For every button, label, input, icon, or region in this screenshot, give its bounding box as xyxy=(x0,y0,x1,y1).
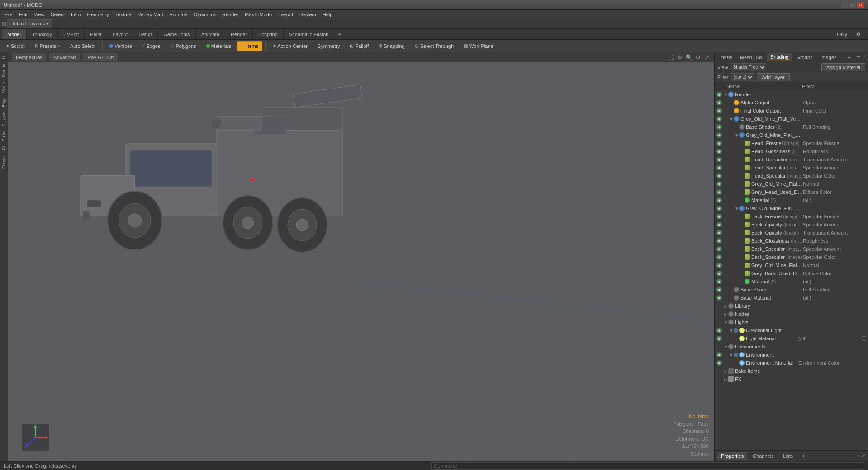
tab-uvedit[interactable]: UVEdit xyxy=(58,29,85,39)
polygons-button[interactable]: ⬡ Polygons xyxy=(166,41,200,51)
tree-row-bake-items[interactable]: ▷ Bake Items xyxy=(715,367,868,375)
advanced-button[interactable]: Advanced xyxy=(49,53,80,61)
menu-maxtomodo[interactable]: MaxToModo xyxy=(242,11,275,18)
tree-row-base-material[interactable]: ● Base Material (all) xyxy=(715,294,868,302)
viewport-expand-icon[interactable]: ⤢ xyxy=(703,54,711,61)
viewport-search-icon[interactable]: 🔍 xyxy=(685,54,693,61)
sculpt-button[interactable]: ✦ Sculpt xyxy=(2,41,29,51)
tree-row-environment[interactable]: ● ▼ Environment xyxy=(715,351,868,359)
edges-button[interactable]: ╱ Edges xyxy=(138,41,164,51)
eye-final-color[interactable]: ● xyxy=(716,108,724,113)
eye-grey-normal1[interactable]: ● xyxy=(716,181,724,187)
add-layer-button[interactable]: Add Layer xyxy=(757,73,789,81)
eye-head-refraction[interactable]: ● xyxy=(716,157,724,162)
action-center-button[interactable]: ⊕ Action Center xyxy=(268,41,312,51)
tab-game-tools[interactable]: Game Tools xyxy=(158,29,196,39)
tab-animate[interactable]: Animate xyxy=(196,29,225,39)
tree-row-environments[interactable]: ▼ Environments xyxy=(715,343,868,351)
right-tab-items[interactable]: Items xyxy=(716,54,736,61)
eye-subgroup1[interactable]: ● xyxy=(716,132,724,138)
tree-row-back-diffuse[interactable]: ● Grey_Back_Used_Diffuse (Image) Diffuse… xyxy=(715,269,868,277)
viewport-canvas[interactable]: X Y Z No Items Polygons : Face Channels:… xyxy=(8,62,714,461)
sidebar-tab-uv[interactable]: UV xyxy=(0,144,8,154)
arrow-environments[interactable]: ▼ xyxy=(724,344,728,349)
eye-group1[interactable]: ● xyxy=(716,116,724,122)
materials-button[interactable]: Materials xyxy=(202,41,236,51)
assign-material-button[interactable]: Assign Material xyxy=(821,63,865,71)
eye-material2[interactable]: ● xyxy=(716,279,724,284)
right-tab-images[interactable]: Images xyxy=(817,54,840,61)
menu-system[interactable]: System xyxy=(297,11,319,18)
right-bottom-tab-lists[interactable]: Lists xyxy=(779,452,797,460)
arrow-render[interactable]: ▼ xyxy=(724,92,728,97)
eye-back-opacity2[interactable]: ● xyxy=(716,230,724,235)
eye-alpha[interactable]: ● xyxy=(716,100,724,105)
auto-select-button[interactable]: Auto Select xyxy=(66,41,100,51)
right-bottom-expand-icon[interactable]: ⤢ xyxy=(861,453,865,459)
tree-row-head-specular1[interactable]: ● Head_Specular (Image) (2) Specular Amo… xyxy=(715,164,868,172)
eye-back-specular1[interactable]: ● xyxy=(716,246,724,252)
tree-row-back-opacity1[interactable]: ● Back_Opacity (Image) (2) Specular Amou… xyxy=(715,221,868,229)
sidebar-tab-polygon[interactable]: Polygon xyxy=(0,110,8,128)
right-panel-collapse[interactable]: ⇥ xyxy=(856,54,860,61)
tree-row-head-specular2[interactable]: ● Head_Specular (Image) Specular Color xyxy=(715,172,868,180)
menu-file[interactable]: File xyxy=(2,11,15,18)
right-tab-mesh-ops[interactable]: Mesh Ops xyxy=(736,54,766,61)
sidebar-tab-u[interactable]: U xyxy=(0,54,8,61)
right-bottom-add[interactable]: + xyxy=(798,452,808,460)
eye-head-specular1[interactable]: ● xyxy=(716,165,724,170)
tab-render[interactable]: Render xyxy=(225,29,253,39)
maximize-button[interactable]: □ xyxy=(849,2,856,8)
dropdown-light-material[interactable] xyxy=(862,336,866,341)
sidebar-tab-vertex[interactable]: Vertex xyxy=(0,80,8,95)
add-tab-button[interactable]: + xyxy=(334,30,344,38)
eye-back-glossiness[interactable]: ● xyxy=(716,238,724,244)
eye-back-diffuse[interactable]: ● xyxy=(716,271,724,276)
view-selector[interactable]: Shader Tree xyxy=(731,63,766,71)
tree-row-alpha-output[interactable]: ● Alpha Output Alpha xyxy=(715,99,868,107)
viewport-refresh-icon[interactable]: ↻ xyxy=(676,54,683,61)
sidebar-tab-edge[interactable]: Edge xyxy=(0,96,8,109)
eye-base-material[interactable]: ● xyxy=(716,295,724,301)
symmetry-button[interactable]: Symmetry xyxy=(313,41,344,51)
workplane-button[interactable]: ▦ WorkPlane xyxy=(460,41,498,51)
tree-row-head-fresnel[interactable]: ● Head_Fresnel (Image) Specular Fresnel xyxy=(715,139,868,147)
tab-setup[interactable]: Setup xyxy=(133,29,158,39)
raygl-button[interactable]: Ray GL: Off xyxy=(83,53,118,61)
tab-schematic-fusion[interactable]: Schematic Fusion xyxy=(284,29,334,39)
arrow-fx[interactable]: ▷ xyxy=(724,377,728,381)
right-bottom-tab-properties[interactable]: Properties xyxy=(717,452,747,460)
menu-item[interactable]: Item xyxy=(68,11,83,18)
dropdown-env-material[interactable] xyxy=(862,361,866,365)
menu-layout[interactable]: Layout xyxy=(275,11,296,18)
tree-row-base-shader1[interactable]: ● Base Shader (2) Full Shading xyxy=(715,123,868,131)
eye-dir-light[interactable]: ● xyxy=(716,328,724,333)
menu-help[interactable]: Help xyxy=(320,11,336,18)
eye-base-shader1[interactable]: ● xyxy=(716,124,724,130)
tree-row-env-material[interactable]: ● Environment Material Environment Color xyxy=(715,359,868,367)
menu-render[interactable]: Render xyxy=(219,11,241,18)
arrow-group1[interactable]: ▼ xyxy=(729,117,734,121)
eye-head-specular2[interactable]: ● xyxy=(716,173,724,179)
tree-row-light-material[interactable]: ● Light Material (all) xyxy=(715,334,868,343)
eye-back-fresnel[interactable]: ● xyxy=(716,214,724,219)
tree-row-grey-normal1[interactable]: ● Grey_Old_Mine_Flail_Vehicle_Hydre ... … xyxy=(715,180,868,188)
select-through-button[interactable]: ◎ Select Through xyxy=(411,41,458,51)
tree-row-nodes[interactable]: ▷ Nodes xyxy=(715,310,868,318)
tree-row-back-glossiness[interactable]: ● Back_Glossiness (Image) Roughness xyxy=(715,237,868,245)
tree-row-material1[interactable]: ● Material (2) (all) xyxy=(715,196,868,204)
vertices-button[interactable]: Vertices xyxy=(105,41,136,51)
eye-render[interactable]: ● xyxy=(716,92,724,97)
menu-edit[interactable]: Edit xyxy=(16,11,30,18)
tree-row-subgroup2[interactable]: ● ▼ Grey_Old_Mine_Flail_Vehicle_Hydrema … xyxy=(715,204,868,212)
eye-head-glossiness[interactable]: ● xyxy=(716,149,724,154)
tab-layout[interactable]: Layout xyxy=(107,29,133,39)
tree-row-base-shader2[interactable]: ● Base Shader Full Shading xyxy=(715,286,868,294)
eye-head-diffuse[interactable]: ● xyxy=(716,189,724,195)
items-button[interactable]: Items xyxy=(237,41,262,51)
viewport-settings-icon[interactable]: ⚙ xyxy=(694,54,702,61)
tree-row-head-diffuse[interactable]: ● Grey_Head_Used_Diffuse (Image) Diffuse… xyxy=(715,188,868,196)
filter-selector[interactable]: (none) xyxy=(731,73,754,81)
menu-texture[interactable]: Texture xyxy=(113,11,134,18)
sidebar-tab-fusion[interactable]: Fusion xyxy=(0,155,8,170)
